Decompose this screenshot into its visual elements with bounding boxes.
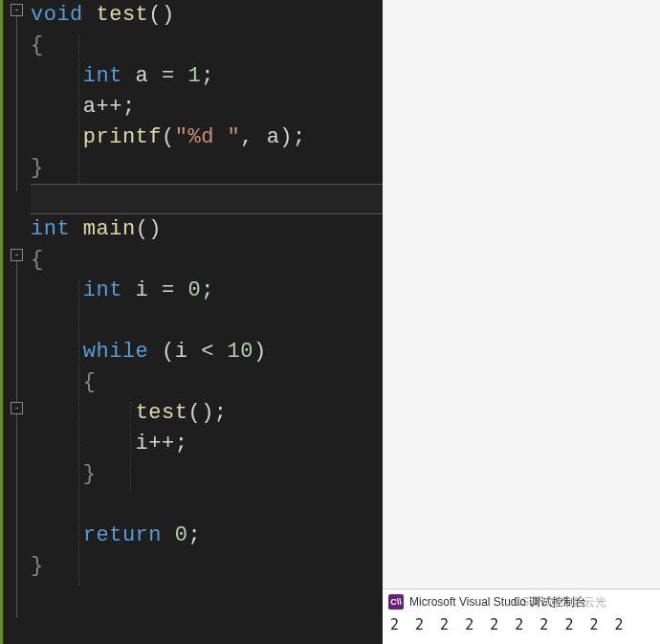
code-token (70, 217, 83, 241)
code-token: ( (162, 125, 175, 149)
fold-toggle-icon[interactable]: - (11, 402, 23, 414)
code-line[interactable]: void test() (31, 0, 383, 31)
code-token: () (148, 3, 174, 27)
console-output: 2 2 2 2 2 2 2 2 2 2 (383, 614, 660, 635)
code-line[interactable]: test(); (31, 398, 383, 429)
code-token: ( (162, 340, 175, 364)
fold-toggle-icon[interactable]: - (11, 249, 23, 261)
code-token: , a (240, 125, 279, 149)
code-line[interactable]: i++; (31, 429, 383, 459)
code-token: a++; (31, 95, 136, 119)
code-line[interactable]: int a = 1; (31, 61, 383, 92)
code-token: "%d " (175, 125, 241, 149)
code-token: ) (279, 125, 293, 149)
code-token: int (83, 64, 122, 88)
code-token: { (31, 33, 44, 57)
code-token (31, 64, 83, 88)
code-token: main (83, 217, 136, 241)
code-token: 0 (175, 523, 188, 547)
code-token (31, 370, 83, 394)
code-token: printf (83, 125, 162, 149)
code-line[interactable]: { (31, 31, 383, 61)
code-gutter: --- (0, 0, 27, 644)
fold-toggle-icon[interactable]: - (11, 4, 23, 16)
code-token: 0 (187, 278, 201, 302)
code-token (162, 523, 175, 547)
code-token: test (136, 401, 188, 425)
code-token: 1 (187, 64, 201, 88)
code-token: } (31, 554, 44, 578)
code-line[interactable]: int i = 0; (31, 276, 383, 306)
right-panel: C\\ Microsoft Visual Studio 调试控制台 CSDN @… (383, 0, 660, 644)
code-line[interactable]: while (i < 10) (31, 337, 383, 367)
visual-studio-icon: C\\ (388, 594, 404, 610)
code-line[interactable]: int main() (31, 214, 383, 245)
code-token (83, 3, 97, 27)
code-token: () (136, 217, 162, 241)
code-line[interactable]: printf("%d ", a); (31, 122, 383, 153)
panel-blank (383, 0, 660, 588)
code-line[interactable] (31, 490, 383, 521)
code-editor[interactable]: --- void test(){ int a = 1; a++; printf(… (0, 0, 383, 644)
code-line[interactable]: } (31, 551, 383, 582)
code-token: ; (201, 278, 214, 302)
code-token (31, 401, 136, 425)
code-line[interactable]: { (31, 367, 383, 398)
code-token: ; (201, 64, 214, 88)
code-token: ) (253, 340, 267, 364)
code-token (31, 125, 83, 149)
code-token: } (83, 462, 97, 486)
code-line[interactable]: } (31, 459, 383, 490)
code-token (148, 340, 162, 364)
code-separator (31, 184, 383, 214)
code-token: ; (293, 125, 306, 149)
code-token: return (83, 523, 162, 547)
code-token: () (187, 401, 213, 425)
code-line[interactable]: a++; (31, 92, 383, 122)
code-token: a = (122, 64, 188, 88)
console-titlebar: C\\ Microsoft Visual Studio 调试控制台 CSDN @… (383, 589, 660, 614)
code-token (31, 278, 83, 302)
code-area[interactable]: void test(){ int a = 1; a++; printf("%d … (27, 0, 383, 644)
code-token: ; (214, 401, 228, 425)
code-token: } (31, 156, 44, 180)
code-line[interactable]: return 0; (31, 521, 383, 551)
code-token: ; (187, 523, 201, 547)
console-title-text: Microsoft Visual Studio 调试控制台 (409, 594, 586, 611)
code-token: i < (175, 340, 228, 364)
code-token (31, 462, 83, 486)
code-token: int (31, 217, 70, 241)
code-token: { (83, 370, 97, 394)
code-token: 10 (228, 340, 253, 364)
code-token: { (31, 248, 44, 272)
code-token: i = (122, 278, 188, 302)
code-line[interactable]: { (31, 245, 383, 276)
code-line[interactable] (31, 306, 383, 337)
code-token (31, 340, 83, 364)
code-token: int (83, 278, 122, 302)
debug-console-window[interactable]: C\\ Microsoft Visual Studio 调试控制台 CSDN @… (383, 588, 660, 644)
code-token (31, 523, 83, 547)
code-line[interactable]: } (31, 153, 383, 184)
code-token: void (31, 3, 83, 27)
code-token: i++; (31, 432, 187, 455)
code-token: test (97, 3, 149, 27)
code-token: while (83, 340, 149, 364)
